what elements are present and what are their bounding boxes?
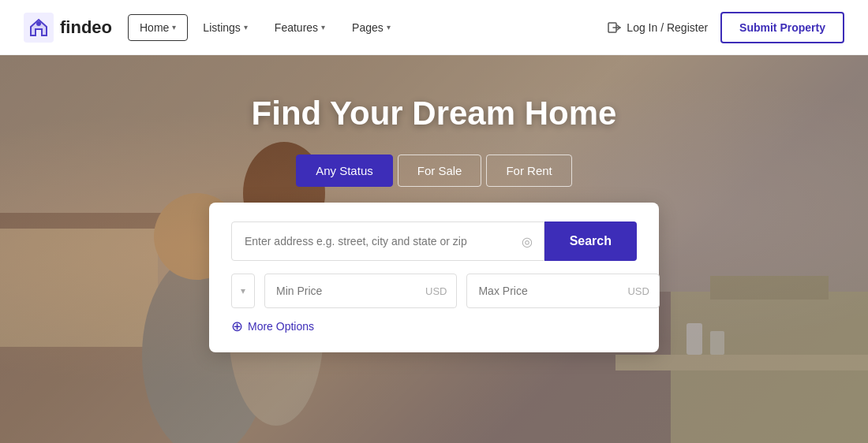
login-icon (608, 20, 622, 35)
nav-features-chevron: ▾ (321, 23, 325, 32)
plus-circle-icon: ⊕ (231, 319, 243, 333)
nav-home-label: Home (140, 21, 169, 34)
nav-listings-label: Listings (203, 21, 240, 34)
search-row: ◎ Search (231, 222, 637, 261)
min-price-currency: USD (425, 285, 456, 297)
more-options-button[interactable]: ⊕ More Options (231, 319, 637, 333)
address-input-wrap: ◎ (231, 222, 544, 261)
logo[interactable]: findeo (24, 13, 112, 43)
svg-point-1 (36, 21, 41, 26)
address-input[interactable] (232, 224, 522, 259)
hero-title: Find Your Dream Home (252, 95, 617, 132)
nav-item-features[interactable]: Features ▾ (263, 14, 337, 41)
type-select-wrap: Any Type House Apartment Commercial Land… (231, 274, 255, 308)
logo-icon (24, 13, 54, 43)
status-tab-sale[interactable]: For Sale (398, 154, 482, 187)
nav-item-pages[interactable]: Pages ▾ (340, 14, 402, 41)
nav-pages-chevron: ▾ (387, 23, 391, 32)
nav-features-label: Features (275, 21, 318, 34)
nav-links: Home ▾ Listings ▾ Features ▾ Pages ▾ (128, 14, 608, 41)
nav-home-chevron: ▾ (172, 23, 176, 32)
max-price-currency: USD (627, 285, 658, 297)
svg-rect-15 (615, 355, 868, 370)
nav-listings-chevron: ▾ (244, 23, 248, 32)
min-price-input[interactable] (265, 274, 425, 307)
hero-section: Find Your Dream Home Any Status For Sale… (0, 55, 868, 443)
submit-property-button[interactable]: Submit Property (720, 12, 844, 43)
status-tabs: Any Status For Sale For Rent (296, 154, 572, 187)
max-price-input[interactable] (467, 274, 627, 307)
nav-right: Log In / Register Submit Property (608, 12, 844, 43)
brand-name: findeo (60, 17, 112, 38)
status-tab-any[interactable]: Any Status (296, 154, 393, 187)
svg-rect-7 (0, 229, 158, 347)
login-button[interactable]: Log In / Register (608, 20, 708, 35)
status-tab-rent[interactable]: For Rent (486, 154, 571, 187)
svg-rect-16 (687, 323, 702, 355)
max-price-wrap: USD (466, 274, 659, 308)
more-options-label: More Options (248, 320, 314, 333)
svg-rect-14 (710, 276, 829, 300)
nav-item-listings[interactable]: Listings ▾ (191, 14, 259, 41)
navbar: findeo Home ▾ Listings ▾ Features ▾ Page… (0, 0, 868, 55)
nav-item-home[interactable]: Home ▾ (128, 14, 188, 41)
min-price-wrap: USD (264, 274, 457, 308)
search-button[interactable]: Search (544, 222, 637, 261)
login-label: Log In / Register (627, 21, 708, 34)
type-select[interactable]: Any Type House Apartment Commercial Land (231, 274, 255, 308)
search-box: ◎ Search Any Type House Apartment Commer… (209, 203, 659, 352)
svg-rect-17 (710, 331, 724, 355)
location-icon: ◎ (522, 234, 544, 249)
filter-row: Any Type House Apartment Commercial Land… (231, 274, 637, 308)
nav-pages-label: Pages (352, 21, 383, 34)
